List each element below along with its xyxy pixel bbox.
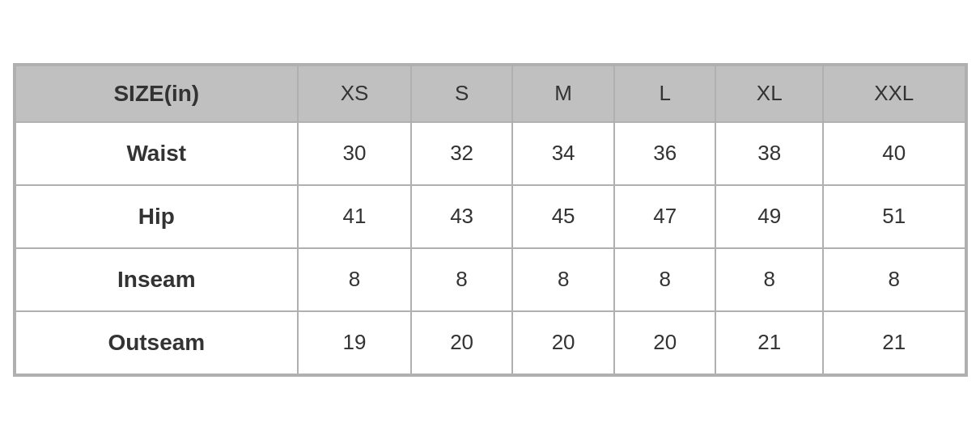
header-row: SIZE(in) XS S M L XL XXL [15,65,965,122]
outseam-row: Outseam 19 20 20 20 21 21 [15,311,965,374]
inseam-s: 8 [411,248,513,311]
inseam-row: Inseam 8 8 8 8 8 8 [15,248,965,311]
outseam-s: 20 [411,311,513,374]
waist-label: Waist [15,122,299,185]
waist-xs: 30 [298,122,411,185]
waist-s: 32 [411,122,513,185]
outseam-xs: 19 [298,311,411,374]
size-chart: SIZE(in) XS S M L XL XXL Waist 30 32 34 … [13,63,968,377]
inseam-l: 8 [614,248,716,311]
inseam-xl: 8 [715,248,823,311]
outseam-l: 20 [614,311,716,374]
col-header-xs: XS [298,65,411,122]
hip-xs: 41 [298,185,411,248]
inseam-xxl: 8 [823,248,965,311]
waist-xl: 38 [715,122,823,185]
size-column-header: SIZE(in) [15,65,299,122]
inseam-label: Inseam [15,248,299,311]
waist-l: 36 [614,122,716,185]
waist-row: Waist 30 32 34 36 38 40 [15,122,965,185]
hip-label: Hip [15,185,299,248]
hip-m: 45 [512,185,614,248]
outseam-xxl: 21 [823,311,965,374]
outseam-xl: 21 [715,311,823,374]
col-header-xl: XL [715,65,823,122]
inseam-m: 8 [512,248,614,311]
hip-l: 47 [614,185,716,248]
col-header-l: L [614,65,716,122]
hip-xxl: 51 [823,185,965,248]
col-header-m: M [512,65,614,122]
hip-s: 43 [411,185,513,248]
outseam-label: Outseam [15,311,299,374]
col-header-s: S [411,65,513,122]
waist-m: 34 [512,122,614,185]
outseam-m: 20 [512,311,614,374]
hip-row: Hip 41 43 45 47 49 51 [15,185,965,248]
inseam-xs: 8 [298,248,411,311]
col-header-xxl: XXL [823,65,965,122]
hip-xl: 49 [715,185,823,248]
waist-xxl: 40 [823,122,965,185]
